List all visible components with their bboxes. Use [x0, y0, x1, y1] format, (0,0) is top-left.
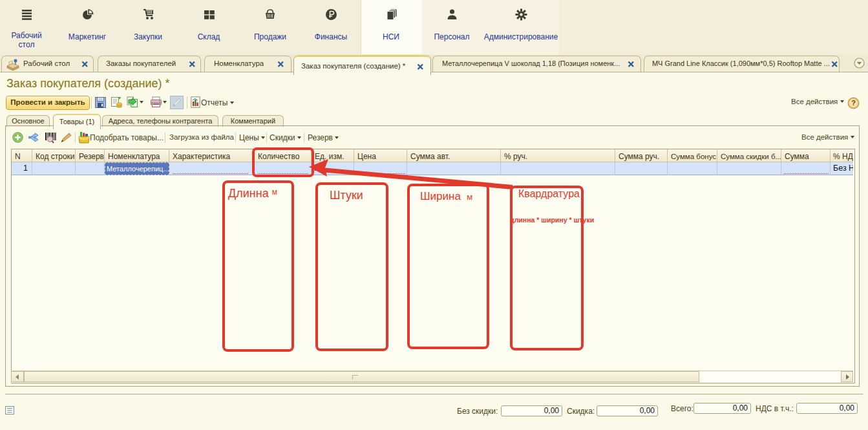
svg-text:?: ?	[851, 99, 856, 107]
